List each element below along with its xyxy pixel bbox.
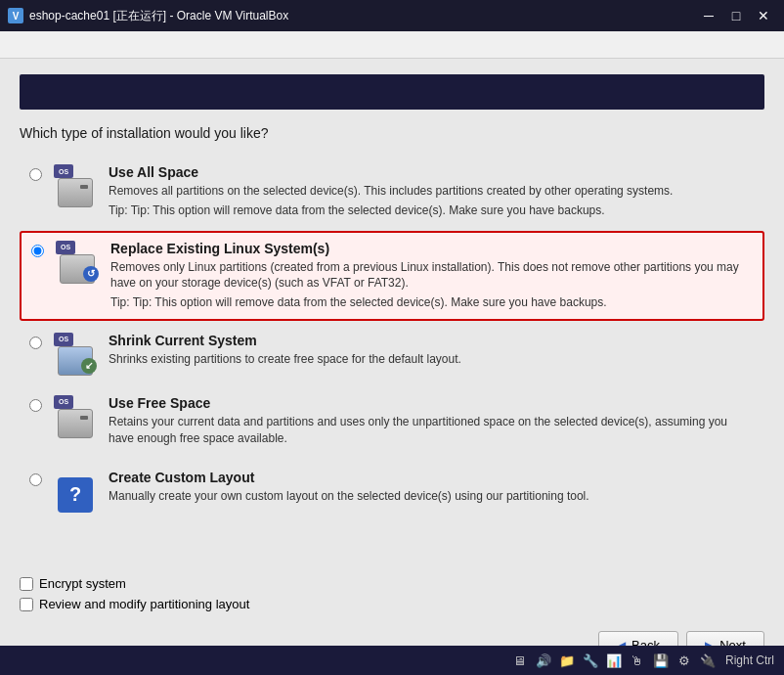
replace-linux-icon: OS ↺ xyxy=(56,241,99,284)
use-all-space-content: Use All Space Removes all partitions on … xyxy=(109,164,755,219)
free-space-desc: Retains your current data and partitions… xyxy=(109,414,755,447)
window-title: eshop-cache01 [正在运行] - Oracle VM Virtual… xyxy=(29,8,288,24)
window-controls: ─ □ ✕ xyxy=(696,6,776,25)
menu-bar xyxy=(0,31,784,59)
use-all-space-desc: Removes all partitions on the selected d… xyxy=(109,183,755,200)
shrink-desc: Shrinks existing partitions to create fr… xyxy=(109,351,755,368)
options-list: OS Use All Space Removes all partitions … xyxy=(20,157,764,564)
custom-layout-title: Create Custom Layout xyxy=(109,470,755,485)
review-partitioning-checkbox[interactable] xyxy=(20,598,33,611)
replace-linux-content: Replace Existing Linux System(s) Removes… xyxy=(110,241,753,311)
vm-content: Which type of installation would you lik… xyxy=(0,59,784,675)
os-badge: OS xyxy=(54,164,73,178)
review-partitioning-label: Review and modify partitioning layout xyxy=(39,597,249,611)
option-use-all-space[interactable]: OS Use All Space Removes all partitions … xyxy=(20,157,764,227)
close-button[interactable]: ✕ xyxy=(751,6,776,25)
radio-use-all-space[interactable] xyxy=(29,168,42,181)
radio-shrink[interactable] xyxy=(29,337,42,349)
use-all-space-title: Use All Space xyxy=(109,164,755,180)
right-ctrl-text: Right Ctrl xyxy=(725,653,774,667)
option-shrink[interactable]: OS ↙ Shrink Current System Shrinks exist… xyxy=(20,325,764,383)
use-all-space-tip: Tip: Tip: This option will remove data f… xyxy=(109,202,755,219)
app-icon: V xyxy=(8,8,23,23)
use-all-space-icon: OS xyxy=(54,164,97,207)
radio-free-space[interactable] xyxy=(29,399,42,412)
custom-layout-desc: Manually create your own custom layout o… xyxy=(109,488,755,505)
drive-graphic-4 xyxy=(58,409,93,438)
checkboxes-area: Encrypt system Review and modify partiti… xyxy=(20,576,764,611)
title-bar-left: V eshop-cache01 [正在运行] - Oracle VM Virtu… xyxy=(8,8,288,24)
option-replace-linux[interactable]: OS ↺ Replace Existing Linux System(s) Re… xyxy=(20,231,764,321)
taskbar-icon-4[interactable]: 🔧 xyxy=(581,651,600,670)
custom-layout-content: Create Custom Layout Manually create you… xyxy=(109,470,755,508)
title-bar: V eshop-cache01 [正在运行] - Oracle VM Virtu… xyxy=(0,0,784,31)
option-custom-layout[interactable]: ? Create Custom Layout Manually create y… xyxy=(20,462,764,520)
custom-layout-icon: ? xyxy=(54,470,97,513)
taskbar: 🖥 🔊 📁 🔧 📊 🖱 💾 ⚙ 🔌 Right Ctrl xyxy=(0,646,784,675)
replace-linux-title: Replace Existing Linux System(s) xyxy=(110,241,753,256)
encrypt-system-checkbox[interactable] xyxy=(20,577,33,591)
arrow-overlay: ↺ xyxy=(83,266,99,282)
shrink-icon: OS ↙ xyxy=(54,333,97,376)
os-badge-2: OS xyxy=(56,241,75,254)
free-space-title: Use Free Space xyxy=(109,395,755,411)
top-banner xyxy=(20,74,764,110)
drive-graphic xyxy=(58,178,93,207)
free-space-content: Use Free Space Retains your current data… xyxy=(109,395,755,450)
os-badge-4: OS xyxy=(54,395,73,409)
taskbar-icon-3[interactable]: 📁 xyxy=(557,651,577,670)
question-mark: ? xyxy=(58,477,93,513)
replace-linux-tip: Tip: Tip: This option will remove data f… xyxy=(110,294,753,311)
radio-replace-linux[interactable] xyxy=(31,245,44,257)
taskbar-icon-7[interactable]: 💾 xyxy=(651,651,671,670)
page-question: Which type of installation would you lik… xyxy=(20,125,764,141)
review-partitioning-row[interactable]: Review and modify partitioning layout xyxy=(20,597,764,611)
os-badge-3: OS xyxy=(54,333,73,346)
taskbar-icon-8[interactable]: ⚙ xyxy=(675,651,694,670)
option-free-space[interactable]: OS Use Free Space Retains your current d… xyxy=(20,387,764,458)
shrink-content: Shrink Current System Shrinks existing p… xyxy=(109,333,755,371)
free-space-icon: OS xyxy=(54,395,97,438)
taskbar-icon-1[interactable]: 🖥 xyxy=(510,651,530,670)
taskbar-icon-6[interactable]: 🖱 xyxy=(628,651,647,670)
shrink-title: Shrink Current System xyxy=(109,333,755,348)
minimize-button[interactable]: ─ xyxy=(696,6,721,25)
replace-linux-desc: Removes only Linux partitions (created f… xyxy=(110,259,753,292)
shrink-arrow: ↙ xyxy=(81,358,97,374)
taskbar-icon-9[interactable]: 🔌 xyxy=(698,651,718,670)
maximize-button[interactable]: □ xyxy=(723,6,749,25)
taskbar-icon-2[interactable]: 🔊 xyxy=(534,651,553,670)
encrypt-system-row[interactable]: Encrypt system xyxy=(20,576,764,591)
taskbar-icon-5[interactable]: 📊 xyxy=(604,651,624,670)
radio-custom-layout[interactable] xyxy=(29,473,42,486)
encrypt-system-label: Encrypt system xyxy=(39,576,126,591)
